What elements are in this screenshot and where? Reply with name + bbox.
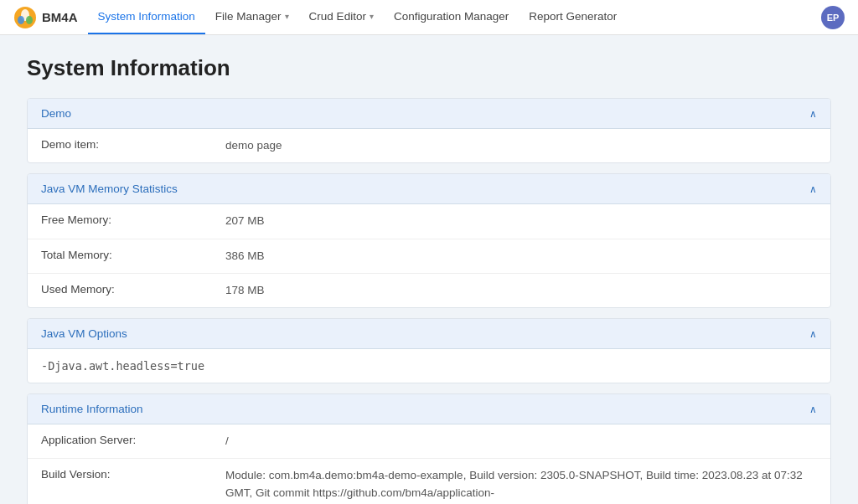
logo[interactable]: BM4A [13,6,78,29]
section-title-jvm-options: Java VM Options [41,327,127,340]
info-label-free-memory: Free Memory: [41,213,225,226]
logo-icon [13,6,37,29]
info-value-demo-item: demo page [225,137,817,154]
svg-point-3 [26,16,33,24]
section-jvm-memory: Java VM Memory Statistics ∧ Free Memory:… [27,173,831,308]
section-title-jvm-memory: Java VM Memory Statistics [41,183,178,195]
section-header-demo[interactable]: Demo ∧ [28,99,830,129]
section-title-runtime: Runtime Information [41,403,143,415]
info-label-app-server: Application Server: [41,433,225,446]
section-body-jvm-memory: Free Memory: 207 MB Total Memory: 386 MB… [28,204,830,307]
info-label-build-version: Build Version: [41,467,225,481]
info-row-demo-item: Demo item: demo page [28,129,830,162]
info-row-used-memory: Used Memory: 178 MB [28,274,830,307]
nav-item-report-generator[interactable]: Report Generator [519,0,627,34]
nav-item-crud-editor[interactable]: Crud Editor ▾ [299,0,384,34]
info-row-build-version: Build Version: Module: com.bm4a.demo:bm4… [28,459,830,504]
section-runtime: Runtime Information ∧ Application Server… [27,393,831,504]
jvm-options-content: -Djava.awt.headless=true [28,349,830,383]
info-value-free-memory: 207 MB [225,213,817,229]
info-value-total-memory: 386 MB [225,248,817,265]
info-row-app-server: Application Server: / [28,424,830,459]
info-row-free-memory: Free Memory: 207 MB [28,204,830,239]
svg-point-2 [18,16,24,24]
chevron-up-icon: ∧ [809,183,817,195]
chevron-up-icon: ∧ [809,108,817,120]
info-value-build-version: Module: com.bm4a.demo:bm4a-demo-example,… [225,467,817,504]
section-title-demo: Demo [41,107,71,120]
section-demo: Demo ∧ Demo item: demo page [27,98,831,163]
section-body-demo: Demo item: demo page [28,129,830,162]
info-value-app-server: / [225,433,817,450]
page-title: System Information [27,55,831,81]
nav-item-file-manager[interactable]: File Manager ▾ [205,0,299,34]
section-header-jvm-memory[interactable]: Java VM Memory Statistics ∧ [28,174,830,204]
section-header-runtime[interactable]: Runtime Information ∧ [28,394,830,424]
info-label-total-memory: Total Memory: [41,248,225,261]
section-jvm-options: Java VM Options ∧ -Djava.awt.headless=tr… [27,318,831,383]
section-body-jvm-options: -Djava.awt.headless=true [28,349,830,383]
navbar: BM4A System Information File Manager ▾ C… [0,0,858,35]
section-body-runtime: Application Server: / Build Version: Mod… [28,424,830,504]
info-label-demo-item: Demo item: [41,137,225,151]
nav-items: System Information File Manager ▾ Crud E… [88,0,821,34]
info-label-used-memory: Used Memory: [41,282,225,296]
chevron-down-icon: ▾ [370,12,374,21]
chevron-down-icon: ▾ [285,12,289,21]
avatar[interactable]: EP [821,6,845,29]
logo-text: BM4A [42,10,78,24]
main-content: System Information Demo ∧ Demo item: dem… [0,35,858,504]
nav-item-configuration-manager[interactable]: Configuration Manager [384,0,519,34]
chevron-up-icon: ∧ [809,328,817,340]
info-value-used-memory: 178 MB [225,282,817,299]
nav-item-system-information[interactable]: System Information [88,0,205,34]
section-header-jvm-options[interactable]: Java VM Options ∧ [28,319,830,349]
info-row-total-memory: Total Memory: 386 MB [28,239,830,274]
chevron-up-icon: ∧ [809,404,817,415]
